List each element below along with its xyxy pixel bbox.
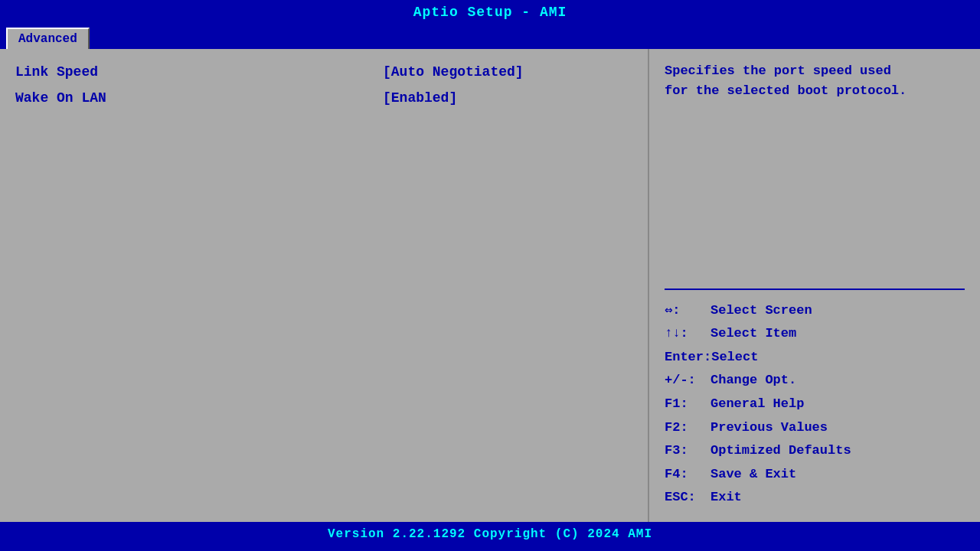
shortcut-row: F3: Optimized Defaults bbox=[665, 439, 965, 463]
shortcut-row: ⇔: Select Screen bbox=[665, 299, 965, 323]
tab-bar: Advanced bbox=[0, 24, 980, 49]
shortcut-key: F4: bbox=[665, 463, 710, 487]
footer: Version 2.22.1292 Copyright (C) 2024 AMI bbox=[0, 522, 980, 546]
shortcut-key: +/-: bbox=[665, 369, 710, 393]
shortcut-row: ↑↓: Select Item bbox=[665, 322, 965, 346]
shortcut-row: +/-: Change Opt. bbox=[665, 369, 965, 393]
shortcut-desc: Select bbox=[711, 346, 758, 370]
tab-advanced[interactable]: Advanced bbox=[6, 28, 90, 49]
shortcut-row: F2: Previous Values bbox=[665, 416, 965, 440]
shortcut-key: ↑↓: bbox=[665, 322, 710, 346]
setting-link-speed[interactable]: Link Speed [Auto Negotiated] bbox=[15, 64, 632, 80]
setting-wake-on-lan[interactable]: Wake On LAN [Enabled] bbox=[15, 90, 632, 106]
shortcut-key: F2: bbox=[665, 416, 710, 440]
right-panel: Specifies the port speed used for the se… bbox=[649, 49, 980, 522]
shortcut-key: F1: bbox=[665, 393, 710, 416]
shortcut-desc: Exit bbox=[710, 486, 742, 510]
shortcut-desc: General Help bbox=[710, 393, 804, 416]
shortcut-key: F3: bbox=[665, 439, 710, 463]
main-content: Link Speed [Auto Negotiated] Wake On LAN… bbox=[0, 49, 980, 522]
shortcut-row: F1: General Help bbox=[665, 393, 965, 416]
shortcuts: ⇔: Select Screen↑↓: Select ItemEnter: Se… bbox=[665, 299, 965, 510]
shortcut-row: F4: Save & Exit bbox=[665, 463, 965, 487]
title-text: Aptio Setup - AMI bbox=[413, 5, 567, 20]
link-speed-label: Link Speed bbox=[15, 64, 383, 80]
footer-text: Version 2.22.1292 Copyright (C) 2024 AMI bbox=[328, 527, 652, 541]
link-speed-value: [Auto Negotiated] bbox=[383, 64, 524, 80]
shortcut-desc: Optimized Defaults bbox=[710, 439, 851, 463]
shortcut-desc: Previous Values bbox=[710, 416, 828, 440]
wake-on-lan-value: [Enabled] bbox=[383, 90, 457, 106]
shortcut-desc: Change Opt. bbox=[710, 369, 796, 393]
app-title: Aptio Setup - AMI bbox=[0, 0, 980, 24]
divider bbox=[665, 289, 965, 290]
shortcut-key: ESC: bbox=[665, 486, 710, 510]
shortcut-desc: Select Item bbox=[710, 322, 796, 346]
shortcut-desc: Save & Exit bbox=[710, 463, 796, 487]
shortcut-desc: Select Screen bbox=[710, 299, 812, 323]
shortcut-row: ESC: Exit bbox=[665, 486, 965, 510]
left-panel: Link Speed [Auto Negotiated] Wake On LAN… bbox=[0, 49, 649, 522]
shortcut-row: Enter: Select bbox=[665, 346, 965, 370]
shortcut-key: ⇔: bbox=[665, 299, 710, 323]
help-text: Specifies the port speed used for the se… bbox=[665, 61, 965, 100]
shortcut-key: Enter: bbox=[665, 346, 711, 370]
wake-on-lan-label: Wake On LAN bbox=[15, 90, 383, 106]
